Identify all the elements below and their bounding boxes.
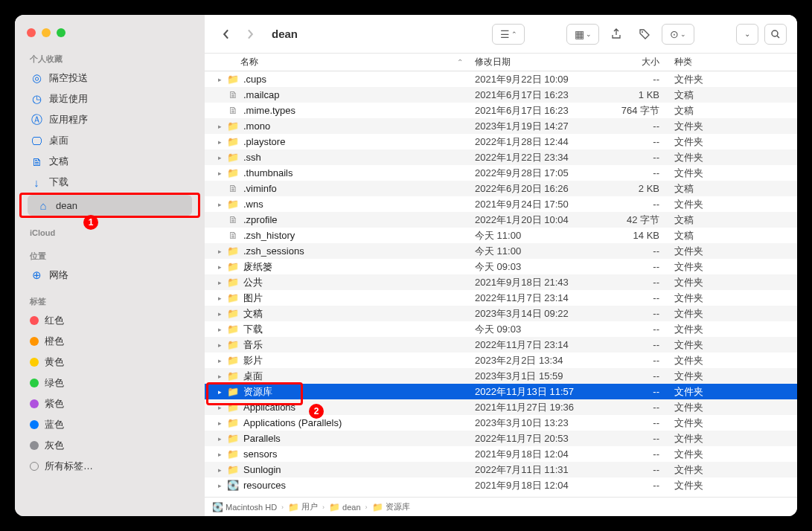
- disclosure-icon[interactable]: ▸: [215, 263, 224, 271]
- forward-button[interactable]: [239, 24, 261, 45]
- sidebar-tag-绿色[interactable]: 绿色: [15, 373, 205, 393]
- disclosure-icon[interactable]: ▸: [215, 154, 224, 161]
- tag-button[interactable]: [633, 24, 656, 45]
- disclosure-icon[interactable]: ▸: [215, 76, 224, 83]
- path-segment[interactable]: 📁用户: [288, 501, 318, 512]
- disclosure-icon[interactable]: ▸: [215, 435, 224, 442]
- sidebar-item-应用程序[interactable]: Ⓐ应用程序: [15, 109, 205, 130]
- minimize-button[interactable]: [42, 28, 51, 37]
- disclosure-icon[interactable]: ▸: [215, 310, 224, 318]
- path-segment[interactable]: 📁资源库: [372, 501, 410, 512]
- disclosure-icon[interactable]: ▸: [215, 248, 224, 255]
- file-row[interactable]: ▸ 📁 sensors 2021年9月18日 12:04 -- 文件夹: [205, 446, 797, 462]
- file-row[interactable]: ▸ 📁 下载 今天 09:03 -- 文件夹: [205, 321, 797, 337]
- back-button[interactable]: [215, 24, 237, 45]
- file-kind: 文件夹: [668, 323, 797, 336]
- file-row[interactable]: ▸ 📁 .thumbnails 2022年9月28日 17:05 -- 文件夹: [205, 165, 797, 181]
- path-segment[interactable]: 📁dean: [329, 502, 360, 512]
- file-row[interactable]: ▸ 📁 音乐 2022年11月7日 23:14 -- 文件夹: [205, 337, 797, 353]
- disclosure-icon[interactable]: ▸: [215, 279, 224, 286]
- file-row[interactable]: ▸ 📁 文稿 2023年3月14日 09:22 -- 文件夹: [205, 306, 797, 321]
- svg-point-0: [642, 31, 643, 33]
- file-size: --: [594, 74, 668, 85]
- file-row[interactable]: ▸ 📁 .cups 2021年9月22日 10:09 -- 文件夹: [205, 71, 797, 87]
- disclosure-icon[interactable]: ▸: [215, 138, 224, 146]
- file-row[interactable]: ▸ 📁 Applications (Parallels) 2023年3月10日 …: [205, 415, 797, 431]
- file-row[interactable]: ▸ 📁 .mono 2023年1月19日 14:27 -- 文件夹: [205, 118, 797, 134]
- dropdown-button[interactable]: ⌄: [736, 24, 758, 45]
- file-row[interactable]: 🗎 .mime.types 2021年6月17日 16:23 764 字节 文稿: [205, 103, 797, 118]
- folder-dim-icon: 📁: [227, 152, 239, 164]
- group-button[interactable]: ▦ ⌄: [566, 24, 599, 45]
- disclosure-icon[interactable]: ▸: [215, 466, 224, 474]
- disclosure-icon[interactable]: ▸: [215, 373, 224, 380]
- sidebar-item-桌面[interactable]: 🖵桌面: [15, 130, 205, 151]
- close-button[interactable]: [27, 28, 36, 37]
- file-row[interactable]: ▸ 📁 Parallels 2022年11月7日 20:53 -- 文件夹: [205, 431, 797, 446]
- file-row[interactable]: ▸ 📁 图片 2022年11月7日 23:14 -- 文件夹: [205, 290, 797, 306]
- disclosure-icon[interactable]: ▸: [215, 341, 224, 349]
- sidebar-tag-红色[interactable]: 红色: [15, 310, 205, 331]
- file-row[interactable]: ▸ 📁 公共 2021年9月18日 21:43 -- 文件夹: [205, 274, 797, 290]
- disclosure-icon[interactable]: ▸: [215, 482, 224, 489]
- disclosure-icon[interactable]: ▸: [215, 451, 224, 458]
- sidebar-tag-紫色[interactable]: 紫色: [15, 393, 205, 414]
- sidebar-item-label: 文稿: [49, 155, 68, 168]
- file-row[interactable]: ▸ 📁 桌面 2023年3月1日 15:59 -- 文件夹: [205, 368, 797, 384]
- column-kind[interactable]: 种类: [668, 56, 797, 68]
- sidebar-item-最近使用[interactable]: ◷最近使用: [15, 88, 205, 109]
- file-row[interactable]: ▸ 💽 resources 2021年9月18日 12:04 -- 文件夹: [205, 477, 797, 493]
- sidebar-tag-黄色[interactable]: 黄色: [15, 352, 205, 373]
- file-row[interactable]: ▸ 📁 资源库 2022年11月13日 11:57 -- 文件夹: [205, 384, 797, 399]
- disclosure-icon[interactable]: ▸: [215, 357, 224, 364]
- sidebar-item-下载[interactable]: ↓下载: [15, 172, 205, 193]
- file-row[interactable]: ▸ 📁 .zsh_sessions 今天 11:00 -- 文件夹: [205, 243, 797, 259]
- view-list-button[interactable]: ☰ ⌃: [492, 24, 525, 45]
- file-kind: 文件夹: [668, 198, 797, 211]
- sidebar-tag-橙色[interactable]: 橙色: [15, 331, 205, 352]
- file-row[interactable]: ▸ 📁 .ssh 2022年1月22日 23:34 -- 文件夹: [205, 149, 797, 165]
- share-button[interactable]: [605, 24, 627, 45]
- column-size[interactable]: 大小: [594, 56, 668, 68]
- disclosure-icon[interactable]: ▸: [215, 419, 224, 427]
- file-row[interactable]: 🗎 .zprofile 2022年1月20日 10:04 42 字节 文稿: [205, 212, 797, 228]
- sidebar-item-网络[interactable]: ⊕网络: [15, 265, 205, 286]
- sidebar-item-文稿[interactable]: 🗎文稿: [15, 151, 205, 172]
- sidebar-tag-蓝色[interactable]: 蓝色: [15, 414, 205, 435]
- file-row[interactable]: ▸ 📁 .wns 2021年9月24日 17:50 -- 文件夹: [205, 196, 797, 212]
- window-controls: [15, 22, 205, 43]
- file-row[interactable]: ▸ 📁 废纸篓 今天 09:03 -- 文件夹: [205, 259, 797, 274]
- path-icon: 📁: [329, 502, 340, 512]
- sidebar-item-隔空投送[interactable]: ◎隔空投送: [15, 68, 205, 88]
- file-row[interactable]: ▸ 📁 Sunlogin 2022年7月11日 11:31 -- 文件夹: [205, 462, 797, 477]
- file-row[interactable]: 🗎 .zsh_history 今天 11:00 14 KB 文稿: [205, 228, 797, 243]
- file-row[interactable]: ▸ 📁 .playstore 2022年1月28日 12:44 -- 文件夹: [205, 134, 797, 149]
- disclosure-icon[interactable]: ▸: [215, 404, 224, 411]
- file-list[interactable]: ▸ 📁 .cups 2021年9月22日 10:09 -- 文件夹 🗎 .mai…: [205, 71, 797, 497]
- path-segment[interactable]: 💽Macintosh HD: [212, 502, 277, 512]
- file-row[interactable]: 🗎 .viminfo 2022年6月20日 16:26 2 KB 文稿: [205, 181, 797, 196]
- tag-dot-icon: [30, 358, 39, 367]
- sidebar-item-dean[interactable]: ⌂dean: [28, 195, 192, 216]
- disclosure-icon[interactable]: ▸: [215, 170, 224, 177]
- maximize-button[interactable]: [57, 28, 65, 37]
- disclosure-icon[interactable]: ▸: [215, 388, 224, 396]
- search-button[interactable]: [764, 24, 787, 45]
- file-row[interactable]: 🗎 .mailcap 2021年6月17日 16:23 1 KB 文稿: [205, 87, 797, 103]
- file-size: --: [594, 308, 668, 319]
- action-button[interactable]: ⊙ ⌄: [662, 24, 694, 45]
- file-date: 2022年11月7日 23:14: [469, 338, 594, 352]
- disclosure-icon[interactable]: ▸: [215, 123, 224, 130]
- sidebar-item-label: 下载: [49, 176, 68, 189]
- column-date[interactable]: 修改日期: [469, 56, 594, 68]
- table-header: 名称⌃ 修改日期 大小 种类: [205, 54, 797, 71]
- disclosure-icon[interactable]: ▸: [215, 326, 224, 333]
- file-name: 图片: [243, 292, 469, 305]
- file-row[interactable]: ▸ 📁 影片 2023年2月2日 13:34 -- 文件夹: [205, 353, 797, 368]
- disclosure-icon[interactable]: ▸: [215, 201, 224, 208]
- sidebar-tag-灰色[interactable]: 灰色: [15, 435, 205, 456]
- file-row[interactable]: ▸ 📁 Applications 2021年11月27日 19:36 -- 文件…: [205, 399, 797, 415]
- column-name[interactable]: 名称⌃: [205, 56, 469, 68]
- sidebar-tag-所有标签…[interactable]: 所有标签…: [15, 456, 205, 477]
- disclosure-icon[interactable]: ▸: [215, 295, 224, 302]
